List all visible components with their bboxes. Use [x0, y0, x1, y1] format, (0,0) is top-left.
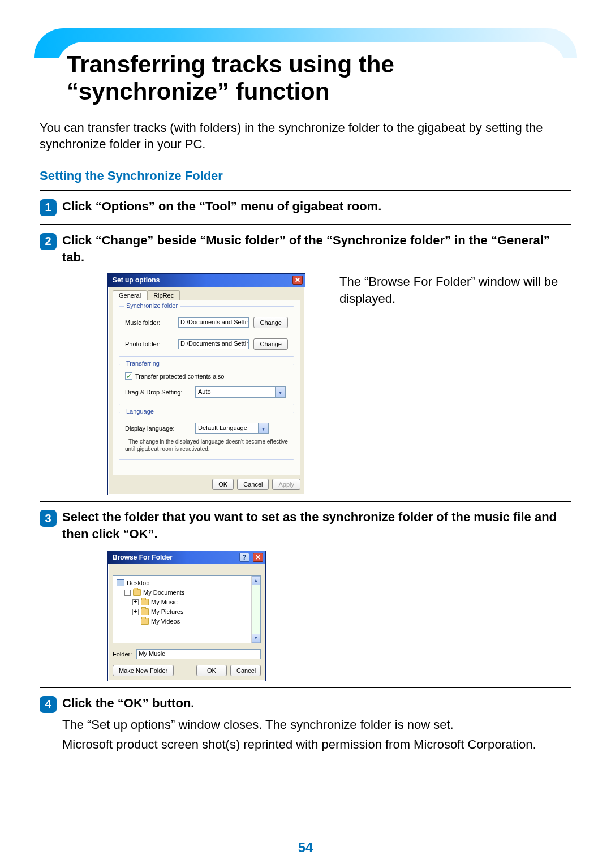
tree-label: My Videos	[151, 617, 180, 626]
desktop-icon	[117, 579, 124, 586]
intro-text: You can transfer tracks (with folders) i…	[40, 119, 571, 153]
help-icon[interactable]: ?	[239, 553, 249, 562]
label-music-folder: Music folder:	[125, 319, 174, 326]
dialog-browse-for-folder: Browse For Folder ? ✕ Desktop − My	[107, 551, 266, 681]
expand-icon[interactable]: +	[132, 609, 139, 615]
group-sync-folder: Synchronize folder Music folder: D:\Docu…	[119, 306, 294, 357]
ok-button[interactable]: OK	[212, 479, 234, 490]
expand-icon[interactable]: +	[132, 599, 139, 605]
step-badge-2: 2	[40, 233, 57, 250]
checkmark-icon: ✓	[125, 372, 132, 380]
tree-label: My Pictures	[151, 607, 183, 617]
change-music-button[interactable]: Change	[253, 317, 288, 328]
page: Transferring tracks using the “synchroni…	[34, 28, 577, 753]
checkbox-label: Transfer protected contents also	[135, 373, 224, 380]
select-language[interactable]: Default Language ▾	[195, 423, 269, 434]
section-subhead: Setting the Synchronize Folder	[40, 169, 571, 183]
tree-node-myvideos[interactable]: My Videos	[117, 617, 259, 626]
tree-node-mypics[interactable]: + My Pictures	[117, 607, 259, 617]
step-1-title: Click “Options” on the “Tool” menu of gi…	[62, 198, 381, 215]
dialog-setup-options: Set up options ✕ General RipRec Synchron…	[107, 273, 306, 495]
input-music-folder[interactable]: D:\Documents and Settings\engxp\My	[178, 317, 249, 328]
folder-icon	[141, 608, 149, 615]
page-title: Transferring tracks using the “synchroni…	[57, 42, 566, 108]
group-legend-sync: Synchronize folder	[124, 302, 180, 309]
folder-icon	[141, 618, 149, 625]
tree-label: My Music	[151, 598, 177, 607]
label-folder: Folder:	[113, 651, 132, 658]
dialog-title: Set up options	[113, 276, 160, 284]
select-language-value: Default Language	[196, 423, 258, 433]
ok-button[interactable]: OK	[196, 665, 227, 676]
step-2: 2 Click “Change” beside “Music folder” o…	[40, 232, 571, 265]
dialog-titlebar[interactable]: Browse For Folder ? ✕	[108, 551, 265, 564]
chevron-down-icon: ▾	[258, 423, 268, 433]
group-language: Language Display language: Default Langu…	[119, 412, 294, 460]
label-dragdrop: Drag & Drop Setting:	[125, 389, 191, 396]
chevron-down-icon[interactable]: ▾	[252, 634, 260, 643]
tree-label: My Documents	[143, 588, 184, 598]
cancel-button[interactable]: Cancel	[230, 665, 261, 676]
step-badge-1: 1	[40, 199, 57, 216]
step-3-figure-row: Browse For Folder ? ✕ Desktop − My	[107, 551, 577, 681]
language-note: - The change in the displayed language d…	[125, 439, 288, 453]
folder-tree[interactable]: Desktop − My Documents + My Music +	[113, 575, 261, 643]
divider	[40, 687, 571, 688]
step-3-title: Select the folder that you want to set a…	[62, 509, 571, 542]
group-transferring: Transferring ✓ Transfer protected conten…	[119, 364, 294, 405]
folder-icon	[141, 599, 149, 605]
step-2-title: Click “Change” beside “Music folder” of …	[62, 232, 571, 265]
divider	[40, 224, 571, 225]
tree-label: Desktop	[127, 578, 149, 588]
scrollbar-vertical[interactable]: ▴ ▾	[251, 576, 260, 643]
dialog-title: Browse For Folder	[113, 553, 173, 561]
cancel-button[interactable]: Cancel	[237, 479, 269, 490]
folder-icon	[133, 589, 141, 596]
tree-node-mymusic[interactable]: + My Music	[117, 598, 259, 607]
step-4: 4 Click the “OK” button. The “Set up opt…	[40, 695, 571, 753]
step-2-side-note: The “Browse For Folder” window will be d…	[339, 273, 577, 307]
tab-riprec[interactable]: RipRec	[147, 290, 180, 300]
group-legend-transfer: Transferring	[124, 360, 162, 367]
step-2-figure-row: Set up options ✕ General RipRec Synchron…	[107, 273, 577, 495]
step-badge-3: 3	[40, 510, 57, 527]
chevron-up-icon[interactable]: ▴	[252, 576, 260, 585]
tab-general[interactable]: General	[113, 290, 147, 300]
select-dragdrop[interactable]: Auto ▾	[195, 386, 286, 398]
collapse-icon[interactable]: −	[124, 590, 131, 596]
make-new-folder-button[interactable]: Make New Folder	[113, 665, 174, 676]
step-badge-4: 4	[40, 696, 57, 713]
apply-button[interactable]: Apply	[272, 479, 300, 490]
step-4-body-2: Microsoft product screen shot(s) reprint…	[62, 736, 571, 753]
group-legend-language: Language	[124, 408, 156, 415]
chevron-down-icon: ▾	[275, 387, 285, 397]
close-icon[interactable]: ✕	[292, 276, 303, 285]
step-1: 1 Click “Options” on the “Tool” menu of …	[40, 198, 571, 216]
close-icon[interactable]: ✕	[253, 553, 263, 562]
step-4-title: Click the “OK” button.	[62, 695, 194, 712]
input-folder[interactable]: My Music	[136, 649, 261, 659]
step-4-body-1: The “Set up options” window closes. The …	[62, 716, 571, 733]
title-tab: Transferring tracks using the “synchroni…	[34, 28, 577, 108]
page-number: 54	[0, 840, 611, 856]
change-photo-button[interactable]: Change	[253, 338, 288, 350]
step-3: 3 Select the folder that you want to set…	[40, 509, 571, 542]
divider	[40, 501, 571, 502]
select-dragdrop-value: Auto	[196, 387, 275, 397]
checkbox-transfer-protected[interactable]: ✓ Transfer protected contents also	[125, 372, 288, 380]
tree-node-desktop[interactable]: Desktop	[117, 578, 259, 588]
label-display-language: Display language:	[125, 425, 191, 432]
input-photo-folder[interactable]: D:\Documents and Settings\engxp\My	[178, 339, 249, 349]
dialog-titlebar[interactable]: Set up options ✕	[108, 274, 305, 287]
tree-node-mydocs[interactable]: − My Documents	[117, 588, 259, 598]
label-photo-folder: Photo folder:	[125, 341, 174, 347]
divider	[40, 190, 571, 191]
